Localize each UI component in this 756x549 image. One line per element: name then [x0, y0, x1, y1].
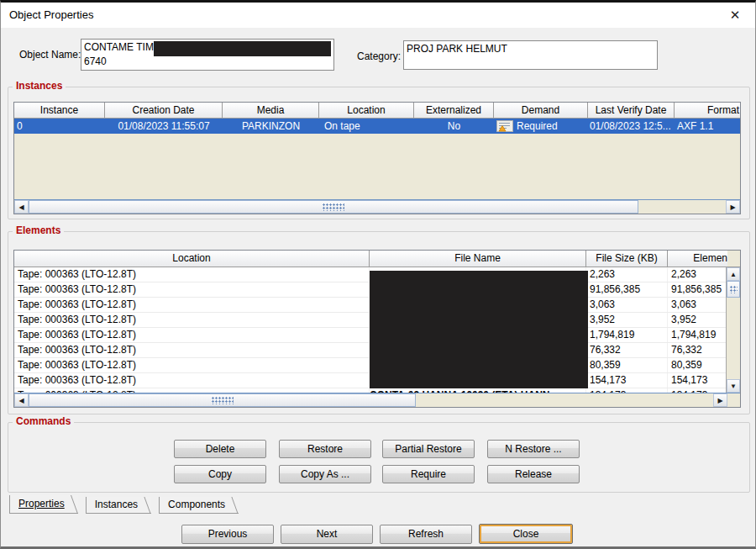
scroll-left-icon[interactable]: ◀: [14, 200, 29, 214]
close-icon[interactable]: ✕: [727, 8, 743, 23]
n-restore-button[interactable]: N Restore ...: [487, 440, 580, 458]
refresh-button[interactable]: Refresh: [380, 525, 472, 544]
cell-element-size: 3,063: [668, 298, 726, 312]
tab-label: Instances: [95, 499, 138, 510]
cell-element-size: 76,332: [668, 343, 726, 357]
release-button[interactable]: Release: [487, 465, 580, 483]
elements-hscroll-track[interactable]: [416, 393, 713, 407]
cell-file-size: 3,952: [586, 313, 668, 327]
object-properties-dialog: Object Properties ✕ Object Name: CONTAME…: [0, 0, 756, 549]
instances-horizontal-scrollbar: ◀ ▶: [14, 199, 740, 214]
column-header-instance[interactable]: Instance: [14, 103, 105, 119]
redaction-box: [154, 41, 331, 56]
cell-file-size: 80,359: [586, 358, 668, 372]
category-value: PROJ PARK HELMUT: [407, 42, 654, 56]
scroll-right-icon[interactable]: ▶: [726, 200, 740, 214]
restore-button[interactable]: Restore: [279, 440, 371, 458]
copy-as-button[interactable]: Copy As ...: [279, 465, 371, 483]
tab-edge: [144, 497, 150, 514]
elements-group-title: Elements: [13, 224, 64, 236]
cell-file-size: 91,856,385: [586, 282, 668, 297]
cell-element-location: Tape: 000363 (LTO-12.8T): [14, 282, 370, 297]
cell-externalized: No: [414, 119, 494, 134]
require-button[interactable]: Require: [382, 465, 475, 483]
cell-format: AXF 1.1: [675, 119, 741, 134]
tab-instances[interactable]: Instances: [86, 497, 151, 514]
instances-group: Instances Instance Creation Date Media L…: [8, 87, 750, 219]
scroll-left-icon[interactable]: ◀: [14, 393, 29, 407]
elements-bottom-bar: ◀ ▶: [14, 393, 740, 407]
cell-creation-date: 01/08/2023 11:55:07: [105, 119, 223, 134]
cell-element-size: 134,173: [668, 388, 726, 393]
elements-hscroll-thumb[interactable]: [29, 393, 416, 407]
cell-file-size: 134,173: [586, 388, 668, 393]
partial-restore-button[interactable]: Partial Restore: [382, 440, 475, 458]
cell-file-name: CONTA-03 HANNA 16030 (ETA) HANN: [370, 388, 586, 393]
column-header-format[interactable]: Format: [675, 103, 741, 119]
instances-empty-area: [14, 134, 740, 199]
elements-header-row: Location File Name File Size (KB) Elemen: [14, 251, 740, 267]
elements-vscroll-track[interactable]: [727, 298, 740, 379]
previous-button[interactable]: Previous: [181, 525, 274, 544]
cell-element-location: Tape: 000363 (LTO-12.8T): [14, 298, 370, 312]
elements-vscroll-thumb[interactable]: [727, 281, 740, 298]
next-button[interactable]: Next: [281, 525, 373, 544]
copy-button[interactable]: Copy: [174, 465, 266, 483]
cell-element-size: 91,856,385: [668, 282, 726, 297]
category-label: Category:: [357, 50, 401, 62]
instances-hscroll-thumb[interactable]: [29, 200, 638, 214]
cell-media: PARKINZON: [223, 119, 319, 134]
tab-edge: [71, 495, 78, 514]
instances-group-title: Instances: [13, 80, 66, 92]
instances-table: Instance Creation Date Media Location Ex…: [13, 102, 741, 214]
cell-element-size: 2,263: [668, 267, 726, 282]
column-header-element-size[interactable]: Elemen: [668, 251, 727, 267]
cell-element-location: Tape: 000363 (LTO-12.8T): [14, 313, 370, 327]
cell-element-size: 80,359: [668, 358, 726, 372]
cell-file-size: 2,263: [586, 267, 668, 282]
elements-horizontal-scrollbar: ◀ ▶: [14, 393, 727, 407]
instances-hscroll-track[interactable]: [638, 200, 726, 214]
cell-instance: 0: [14, 119, 105, 134]
scroll-right-icon[interactable]: ▶: [713, 393, 727, 407]
tab-label: Properties: [18, 498, 65, 509]
scroll-grip: [323, 203, 344, 211]
elements-group: Elements Location File Name File Size (K…: [8, 231, 750, 414]
scroll-up-icon[interactable]: ▲: [727, 267, 740, 281]
column-header-element-location[interactable]: Location: [14, 251, 370, 267]
column-header-externalized[interactable]: Externalized: [414, 103, 494, 119]
object-name-line2: 6740: [84, 55, 331, 69]
column-header-file-size[interactable]: File Size (KB): [586, 251, 668, 267]
redaction-box: [370, 271, 588, 388]
elements-body: Tape: 000363 (LTO-12.8T) 2,263 2,263 Tap…: [14, 267, 740, 393]
elements-header-corner: [727, 251, 741, 267]
instances-header-row: Instance Creation Date Media Location Ex…: [14, 103, 740, 119]
close-button[interactable]: Close: [479, 524, 573, 544]
cell-file-size: 76,332: [586, 343, 668, 357]
cell-element-location: Tape: 000363 (LTO-12.8T): [14, 267, 370, 282]
instance-row-selected[interactable]: 0 01/08/2023 11:55:07 PARKINZON On tape …: [14, 119, 740, 134]
cell-last-verify-date: 01/08/2023 12:5...: [588, 119, 675, 134]
column-header-location[interactable]: Location: [319, 103, 414, 119]
delete-button[interactable]: Delete: [174, 440, 266, 458]
cell-file-size: 1,794,819: [586, 328, 668, 342]
scroll-grip: [212, 397, 234, 404]
column-header-media[interactable]: Media: [223, 103, 319, 119]
scroll-down-icon[interactable]: ▼: [727, 379, 740, 393]
column-header-creation-date[interactable]: Creation Date: [105, 103, 223, 119]
cell-location: On tape: [319, 119, 414, 134]
window-title: Object Properties: [9, 8, 93, 21]
column-header-file-name[interactable]: File Name: [370, 251, 586, 267]
elements-vertical-scrollbar: ▲ ▼: [726, 267, 740, 393]
object-name-field[interactable]: CONTAME TIM- 6740: [81, 39, 334, 71]
tab-components[interactable]: Components: [159, 497, 239, 514]
column-header-last-verify-date[interactable]: Last Verify Date: [588, 103, 675, 119]
demand-note-icon: [496, 120, 513, 134]
table-row-partial[interactable]: Tape: 000363 (LTO-12.8T) CONTA-03 HANNA …: [14, 388, 726, 393]
tab-properties[interactable]: Properties: [9, 495, 78, 514]
object-name-label: Object Name:: [19, 49, 81, 61]
category-field[interactable]: PROJ PARK HELMUT: [403, 40, 658, 70]
cell-element-location: Tape: 000363 (LTO-12.8T): [14, 328, 370, 342]
column-header-demand[interactable]: Demand: [494, 103, 588, 119]
bottom-tab-strip: Properties Instances Components: [9, 497, 239, 514]
